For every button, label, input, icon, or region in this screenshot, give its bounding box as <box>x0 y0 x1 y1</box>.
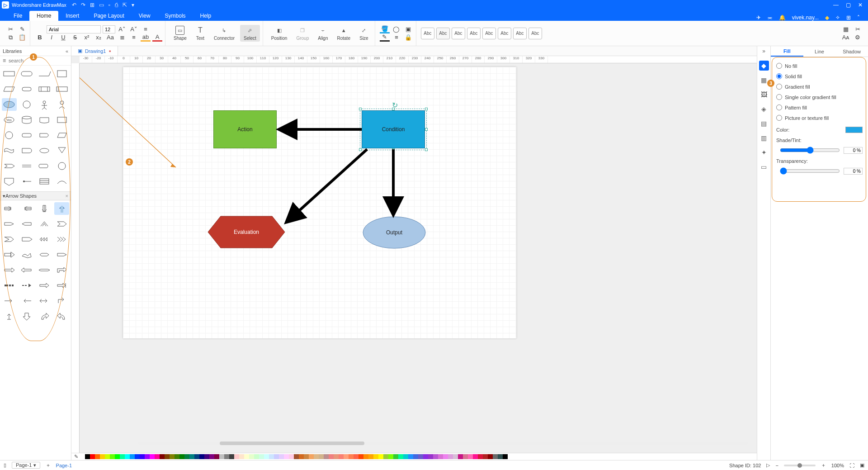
collapse-ribbon-icon[interactable]: ˄ <box>857 14 860 21</box>
palette-swatch[interactable] <box>443 454 448 459</box>
transparency-value-input[interactable] <box>844 168 863 175</box>
arrow-item[interactable] <box>19 248 34 261</box>
palette-swatch[interactable] <box>383 454 388 459</box>
palette-swatch[interactable] <box>458 454 463 459</box>
palette-swatch[interactable] <box>165 454 170 459</box>
arrow-item[interactable] <box>19 202 34 215</box>
palette-swatch[interactable] <box>368 454 373 459</box>
menu-home[interactable]: Home <box>29 11 58 21</box>
bold-icon[interactable]: B <box>35 33 45 42</box>
arrow-item[interactable] <box>2 218 17 230</box>
shape-item[interactable] <box>19 114 34 126</box>
notification-icon[interactable]: 🔔 <box>779 14 786 21</box>
palette-swatch[interactable] <box>170 454 175 459</box>
palette-swatch[interactable] <box>105 454 110 459</box>
palette-swatch[interactable] <box>329 454 334 459</box>
fit-page-icon[interactable]: ⛶ <box>849 463 854 468</box>
palette-swatch[interactable] <box>189 454 194 459</box>
shape-item[interactable] <box>54 129 69 142</box>
send-icon[interactable]: ✈ <box>756 14 761 21</box>
rotate-handle-icon[interactable]: ↻ <box>392 101 398 109</box>
menu-help[interactable]: Help <box>193 11 219 21</box>
palette-swatch[interactable] <box>90 454 95 459</box>
palette-swatch[interactable] <box>488 454 493 459</box>
palette-swatch[interactable] <box>150 454 155 459</box>
palette-swatch[interactable] <box>294 454 299 459</box>
theme-swatch[interactable]: Abc <box>467 28 481 39</box>
font-color-icon[interactable]: A <box>152 33 162 42</box>
share-icon[interactable]: ⫘ <box>767 14 773 21</box>
palette-swatch[interactable] <box>393 454 398 459</box>
page-tab[interactable]: Page-1 <box>56 463 72 468</box>
shape-evaluation[interactable]: Evaluation <box>208 216 285 248</box>
add-page-icon[interactable]: ＋ <box>46 462 51 469</box>
palette-swatch[interactable] <box>135 454 140 459</box>
palette-swatch[interactable] <box>378 454 383 459</box>
shape-item[interactable] <box>2 144 17 157</box>
palette-swatch[interactable] <box>140 454 145 459</box>
library-search-input[interactable] <box>9 58 71 63</box>
palette-swatch[interactable] <box>483 454 488 459</box>
collapse-libraries-icon[interactable]: « <box>66 48 68 54</box>
new-icon[interactable]: ⊞ <box>90 2 94 8</box>
undo-icon[interactable]: ↶ <box>72 2 76 8</box>
palette-swatch[interactable] <box>244 454 249 459</box>
arrow-item[interactable] <box>2 294 17 307</box>
palette-swatch[interactable] <box>408 454 413 459</box>
play-icon[interactable]: ▷ <box>766 462 770 468</box>
shape-item[interactable] <box>19 98 34 111</box>
paste-icon[interactable]: 📋 <box>17 33 27 42</box>
group-button[interactable]: ❐Group <box>292 25 312 42</box>
palette-swatch[interactable] <box>239 454 244 459</box>
shape-item[interactable] <box>19 67 34 80</box>
zoom-in-icon[interactable]: ＋ <box>821 462 826 469</box>
canvas[interactable]: Action Condition ↻ <box>80 63 757 453</box>
palette-swatch[interactable] <box>344 454 349 459</box>
prop-tab-fill[interactable]: Fill <box>771 46 803 57</box>
menu-symbols[interactable]: Symbols <box>158 11 193 21</box>
arrow-shapes-section[interactable]: ▾ Arrow Shapes× <box>0 191 71 200</box>
page-selector[interactable]: Page-1 ▾ <box>12 462 40 469</box>
page-nav-icon[interactable]: ▯ <box>4 462 6 468</box>
palette-swatch[interactable] <box>334 454 339 459</box>
theme-swatch[interactable]: Abc <box>421 28 434 39</box>
palette-swatch[interactable] <box>453 454 458 459</box>
shape-item[interactable] <box>19 83 34 95</box>
palette-swatch[interactable] <box>468 454 473 459</box>
arrow-item[interactable] <box>37 202 52 215</box>
palette-swatch[interactable] <box>224 454 229 459</box>
shade-slider[interactable] <box>780 147 840 154</box>
palette-swatch[interactable] <box>249 454 254 459</box>
prop-tab-shadow[interactable]: Shadow <box>835 46 868 57</box>
canvas-scrollbar[interactable] <box>138 442 748 445</box>
zoom-level[interactable]: 100% <box>831 463 844 468</box>
fill-option-no-fill[interactable]: No fill <box>776 61 863 71</box>
palette-swatch[interactable] <box>473 454 478 459</box>
palette-swatch[interactable] <box>428 454 433 459</box>
arrow-item[interactable] <box>54 218 69 230</box>
gift-icon[interactable]: ✧ <box>835 14 840 21</box>
fill-option-picture[interactable]: Picture or texture fill <box>776 113 863 123</box>
arrow-item[interactable] <box>37 294 52 307</box>
chart-panel-icon[interactable]: ▥ <box>759 133 769 143</box>
menu-view[interactable]: View <box>132 11 158 21</box>
underline-icon[interactable]: U <box>58 33 68 42</box>
theme-swatch[interactable]: Abc <box>528 28 542 39</box>
shape-item[interactable] <box>2 129 17 142</box>
fill-panel-icon[interactable]: ◆ <box>759 61 769 71</box>
palette-swatch[interactable] <box>85 454 90 459</box>
palette-swatch[interactable] <box>359 454 363 459</box>
palette-swatch[interactable] <box>493 454 498 459</box>
line-color-icon[interactable]: ✎ <box>380 33 390 42</box>
arrow-item[interactable] <box>37 310 52 323</box>
save-icon[interactable]: ▫ <box>108 2 110 8</box>
arrow-item[interactable] <box>37 279 52 292</box>
shape-item[interactable] <box>19 175 34 188</box>
palette-swatch[interactable] <box>234 454 239 459</box>
palette-swatch[interactable] <box>199 454 204 459</box>
theme-swatch[interactable]: Abc <box>482 28 496 39</box>
arrow-item[interactable] <box>54 294 69 307</box>
palette-swatch[interactable] <box>289 454 294 459</box>
transparency-slider[interactable] <box>780 167 840 175</box>
shape-item[interactable] <box>37 67 52 80</box>
